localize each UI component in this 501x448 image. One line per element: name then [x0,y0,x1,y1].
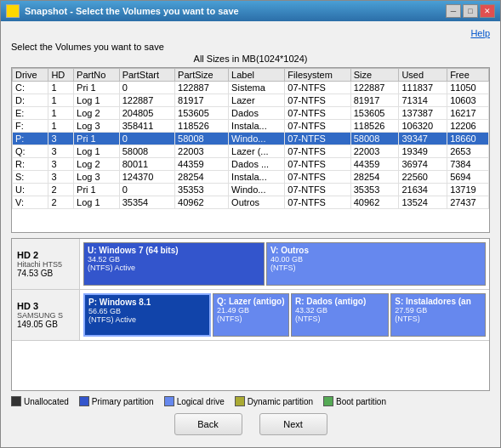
partition[interactable]: U: Windows 7 (64 bits) 34.52 GB (NTFS) A… [83,242,265,286]
cell-used: 111837 [399,82,447,94]
partition-size: 56.65 GB [88,307,206,315]
partition-size: 21.49 GB [217,306,285,315]
cell-drive: E: [13,107,48,120]
partition[interactable]: Q: Lazer (antigo) 21.49 GB (NTFS) [213,293,289,337]
col-partno: PartNo [74,69,120,82]
content-area: Help Select the Volumes you want to save… [1,21,500,447]
cell-hd: 1 [48,94,74,107]
close-button[interactable]: ✕ [480,4,495,18]
cell-label: Windo... [229,133,285,145]
cell-size: 153605 [350,107,399,120]
table-row[interactable]: V:2Log 13535440962Outros07-NTFS409621352… [13,196,489,209]
legend-item-boot: Boot partition [323,396,386,406]
cell-size: 44359 [350,158,399,171]
disk-partitions: U: Windows 7 (64 bits) 34.52 GB (NTFS) A… [80,239,489,289]
cell-partno: Pri 1 [74,133,120,145]
cell-hd: 3 [48,133,74,145]
cell-partstart: 204805 [119,107,174,120]
cell-partstart: 122887 [119,94,174,107]
col-hd: HD [48,69,74,82]
minimize-button[interactable]: ─ [446,4,461,18]
table-row[interactable]: F:1Log 3358411118526Instala...07-NTFS118… [13,120,489,133]
legend-item-primary: Primary partition [79,396,154,406]
partition-fs: (NTFS) [395,315,481,323]
partition-label: U: Windows 7 (64 bits) [88,246,260,255]
legend-label: Unallocated [24,397,69,406]
legend-box-unallocated [11,396,21,406]
cell-free: 27437 [447,196,489,209]
cell-drive: C: [13,82,48,94]
cell-partno: Log 1 [74,196,120,209]
table-row[interactable]: C:1Pri 10122887Sistema07-NTFS12288711183… [13,82,489,94]
cell-partsize: 22003 [175,145,229,158]
title-bar: Snapshot - Select the Volumes you want t… [1,1,500,21]
cell-used: 19349 [399,145,447,158]
cell-hd: 3 [48,171,74,184]
partition[interactable]: S: Instaladores (an 27.59 GB (NTFS) [390,293,486,337]
cell-size: 58008 [350,133,399,145]
disk-visual-container: HD 2 Hitachi HTS5 74.53 GBU: Windows 7 (… [11,238,490,391]
legend-box-dynamic [235,396,245,406]
cell-partstart: 0 [119,133,174,145]
table-row[interactable]: U:2Pri 1035353Windo...07-NTFS35353216341… [13,184,489,196]
cell-filesystem: 07-NTFS [285,184,350,196]
table-row[interactable]: D:1Log 112288781917Lazer07-NTFS819177131… [13,94,489,107]
table-row[interactable]: R:3Log 28001144359Dados ...07-NTFS443593… [13,158,489,171]
cell-partsize: 153605 [175,107,229,120]
cell-drive: V: [13,196,48,209]
legend: UnallocatedPrimary partitionLogical driv… [11,396,490,406]
col-drive: Drive [13,69,48,82]
cell-partsize: 40962 [175,196,229,209]
cell-partno: Log 2 [74,107,120,120]
cell-drive: S: [13,171,48,184]
subtitle: Select the Volumes you want to save [11,42,490,52]
cell-used: 39347 [399,133,447,145]
back-button[interactable]: Back [174,413,242,435]
partition-fs: (NTFS) [217,315,285,323]
cell-used: 21634 [399,184,447,196]
title-bar-left: Snapshot - Select the Volumes you want t… [6,4,239,18]
partition-fs: (NTFS) [270,264,481,272]
legend-box-boot [323,396,333,406]
window-icon [6,4,20,18]
cell-used: 22560 [399,171,447,184]
cell-size: 122887 [350,82,399,94]
disk-name: HD 2 [17,250,74,260]
table-row[interactable]: S:3Log 312437028254Instala...07-NTFS2825… [13,171,489,184]
cell-label: Dados ... [229,158,285,171]
partition-label: S: Instaladores (an [395,297,481,306]
window-title: Snapshot - Select the Volumes you want t… [25,6,239,16]
col-partstart: PartStart [119,69,174,82]
cell-label: Lazer (... [229,145,285,158]
legend-item-dynamic: Dynamic partition [235,396,313,406]
volumes-table-container[interactable]: Drive HD PartNo PartStart PartSize Label… [11,67,490,233]
legend-box-logical [164,396,174,406]
partition-size: 40.00 GB [270,255,481,264]
partition-size: 27.59 GB [395,306,481,315]
volumes-table: Drive HD PartNo PartStart PartSize Label… [12,68,489,209]
partition-size: 43.32 GB [295,306,384,315]
table-header-row: Drive HD PartNo PartStart PartSize Label… [13,69,489,82]
table-row[interactable]: P:3Pri 1058008Windo...07-NTFS58008393471… [13,133,489,145]
cell-partsize: 118526 [175,120,229,133]
partition[interactable]: R: Dados (antigo) 43.32 GB (NTFS) [291,293,389,337]
disk-model: SAMSUNG S [17,311,74,320]
cell-partno: Log 3 [74,120,120,133]
disk-row: HD 3 SAMSUNG S 149.05 GBP: Windows 8.1 5… [12,290,489,341]
cell-partsize: 28254 [175,171,229,184]
maximize-button[interactable]: □ [463,4,478,18]
help-link[interactable]: Help [470,28,490,38]
cell-free: 18660 [447,133,489,145]
next-button[interactable]: Next [259,413,327,435]
cell-label: Dados [229,107,285,120]
disk-size: 149.05 GB [17,320,74,329]
partition[interactable]: V: Outros 40.00 GB (NTFS) [266,242,486,286]
cell-filesystem: 07-NTFS [285,171,350,184]
cell-partstart: 358411 [119,120,174,133]
table-row[interactable]: Q:3Log 15800822003Lazer (...07-NTFS22003… [13,145,489,158]
cell-label: Outros [229,196,285,209]
table-row[interactable]: E:1Log 2204805153605Dados07-NTFS15360513… [13,107,489,120]
cell-hd: 1 [48,120,74,133]
help-row: Help [11,28,490,38]
partition[interactable]: P: Windows 8.1 56.65 GB (NTFS) Active [83,293,211,337]
